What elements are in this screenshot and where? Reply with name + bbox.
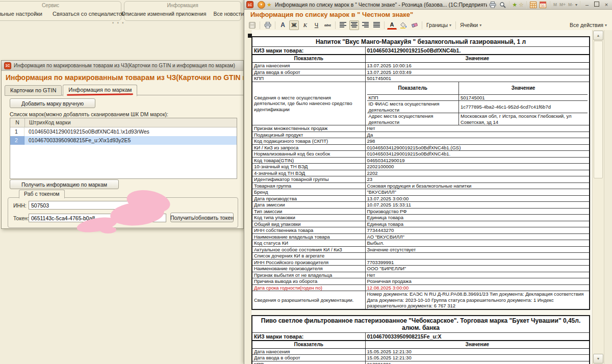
eraser-icon[interactable] [410,20,419,30]
product-title-row: Пиво светлое фильтрованное пастеризованн… [252,316,590,333]
print-icon[interactable] [489,1,497,9]
row-value: 15.05.2025 12:21:30 [365,355,590,361]
scrollbar-thumb[interactable] [594,41,603,178]
maximize-icon [594,2,599,7]
calendar-icon[interactable]: 31 [539,1,547,9]
value-header: Значение [365,341,590,349]
favorites-list-icon[interactable]: ☆ [519,2,524,8]
get-marks-info-button[interactable]: Получить информацию по маркам [10,179,119,189]
font-button[interactable]: A [278,20,288,30]
system-menu-button[interactable]: ▾ [258,1,265,9]
all-actions-button[interactable]: Все действия▾ [568,22,608,28]
fill-color-icon[interactable] [398,20,408,30]
row-label: Признак выбытия от не владельца [252,272,365,278]
calculator-icon[interactable] [529,1,538,9]
align-left-button[interactable] [338,20,348,30]
nested-section-row: Сведения о месте осуществления деятельно… [252,82,590,125]
marks-row[interactable]: 20104670033950908215Fe_u:X\x1d93y2E5 [10,136,237,145]
row-label: Код товара(GTIN) [252,157,365,164]
all-news-button[interactable]: Все новости [211,10,246,18]
token-group-tab[interactable]: Раб с токеном [19,190,65,198]
row-value: 2202 [365,170,590,176]
row-label: Нормализованный код без скобок [252,151,365,158]
memory-add-button[interactable]: M+ [559,2,566,7]
report-row: Наименование производителяООО "БИРЕЛЛИ" [252,266,590,272]
report-row: Общий вид упаковкиЕдиница товара [252,221,590,227]
titlebar-more-icon[interactable]: ▾ [575,3,577,7]
cells-menu-label: Ячейки [460,22,478,28]
product-table[interactable]: Напиток "Вкус Манго-Маракуйя " безалкого… [251,36,590,310]
row-label: КПП [252,361,365,364]
report-row: Идентификатор товарной группы23 [252,176,590,183]
align-justify-button[interactable] [372,20,381,30]
row-value: Нет [365,125,590,132]
report-row: Дата нанесения13.07.2025 10:00:16 [252,63,590,69]
left-tab-strip: Карточки по GTINИнформация по маркам [5,84,243,95]
right-window-title: Информация по списку марок в " Честном з… [275,2,487,8]
row-label: Дата нанесения [252,348,365,355]
divider [275,21,275,29]
save-icon[interactable] [247,20,257,30]
row-label: Список дочерних КИ в агрегате [252,253,365,259]
right-window-titlebar[interactable]: 1С ▾ ★ Информация по списку марок в " Че… [244,0,612,10]
product-table[interactable]: Пиво светлое фильтрованное пастеризованн… [251,315,590,364]
marks-row[interactable]: 10104650341290019215o0BdfXNC4b1.\x1d93rW… [10,127,237,136]
row-value: Единица товара [365,221,590,227]
bold-button[interactable]: Ж [289,20,299,30]
scroll-down-button[interactable]: ▼ [593,354,603,363]
minimize-button[interactable]: – [583,1,591,8]
marks-table: N ШтрихКод марки 10104650341290019215o0B… [10,118,237,179]
align-center-button[interactable] [349,20,359,30]
italic-button[interactable]: К [300,20,310,30]
row-label: Наименование владельца товара [252,233,365,240]
app-changes-button[interactable]: Описание изменений приложения [119,10,209,18]
memory-recall-button[interactable]: M [553,2,557,7]
print-preview-icon[interactable] [498,1,506,9]
report-row: Дата производства13.07.2025 3:00:00 [252,195,590,202]
row-value: 213001001 [365,361,590,364]
vertical-scrollbar[interactable]: ▲ ▼ [592,30,604,364]
left-window-titlebar[interactable]: 1С Информация по маркированным товарам и… [2,61,243,71]
add-favorite-icon[interactable]: ★ [512,2,517,8]
product-title-row: Напиток "Вкус Манго-Маракуйя " безалкого… [252,37,590,47]
memory-subtract-button[interactable]: M- [568,2,574,7]
underline-button[interactable]: Ч [312,20,321,30]
row-label: Дата срока годности(годен по) [252,284,365,291]
divider [384,21,385,29]
scroll-up-button[interactable]: ▲ [593,31,603,40]
report-row: Дата ввода в оборот15.05.2025 12:21:30 [252,355,590,361]
add-mark-button[interactable]: Добавить марку вручную [10,98,95,108]
spreadsheet-viewport[interactable]: Напиток "Вкус Манго-Маракуйя " безалкого… [244,30,612,364]
chevron-down-icon: ▾ [479,23,481,28]
favorite-star-icon[interactable]: ★ [267,2,272,8]
font-color-button[interactable]: А [387,20,397,30]
product-title: Напиток "Вкус Манго-Маракуйя " безалкого… [252,37,590,47]
row-label: Подакцизный продукт [252,132,365,138]
refresh-token-button[interactable]: Получить/обновить токен [170,213,234,222]
cells-menu-button[interactable]: Ячейки▾ [458,22,483,28]
tab-gtin-cards[interactable]: Карточки по GTIN [5,85,62,96]
tab-marks-info[interactable]: Информация по маркам [63,85,137,96]
align-right-button[interactable] [361,20,370,30]
report-row: Признак выбытия от не владельцаНет [252,272,590,278]
print-icon[interactable] [263,20,272,30]
marks-row-barcode: 0104650341290019215o0BdfXNC4b1.\x1d93rWe… [24,127,237,136]
marks-table-body: 10104650341290019215o0BdfXNC4b1.\x1d93rW… [10,127,237,145]
tab-marks-info-label: Информация по маркам [68,87,132,93]
strikethrough-button[interactable]: abc [323,20,333,30]
row-label: Код подакцизного товара (СКПТ) [252,138,365,145]
personal-settings-button[interactable]: Персональные настройки [0,10,46,18]
row-label: Тип эмиссии [252,208,365,215]
row-label: КПП [367,94,459,101]
maximize-button[interactable] [593,1,601,8]
row-value: Московская обл, г Истра, поселок Глебовс… [459,113,588,125]
close-button[interactable]: × [602,1,610,8]
report-row: ИНН собственника товара7734443270 [252,227,590,234]
row-label: Дата ввода в оборот [252,355,365,361]
contact-specialist-button[interactable]: Связаться со специалистом [48,10,130,18]
panel-splitter[interactable]: • • • [112,20,124,25]
row-value: 7703399991 [365,259,590,266]
borders-menu-button[interactable]: Границы▾ [425,22,453,28]
nested-table-cell: ПоказательЗначениеКПП501745001ID ФИАС ме… [365,82,590,125]
marks-report-window: 1С ▾ ★ Информация по списку марок в " Че… [244,0,612,364]
